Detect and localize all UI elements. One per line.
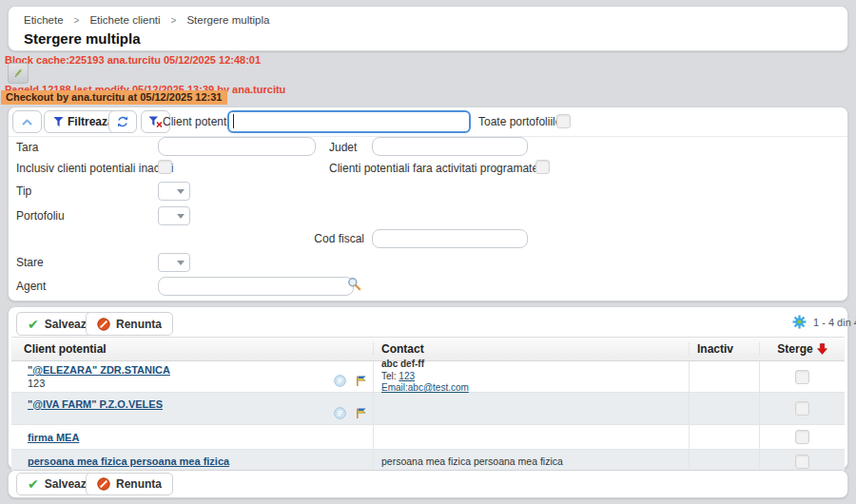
inactiv-cell: [689, 393, 759, 424]
collapse-panel-button[interactable]: [12, 110, 42, 133]
refresh-button[interactable]: [108, 110, 137, 133]
tip-select[interactable]: [158, 182, 190, 201]
flag-icon[interactable]: [355, 407, 367, 419]
cancel-icon: [97, 318, 110, 331]
text-caret: [233, 114, 234, 128]
portofoliu-label: Portofoliu: [16, 209, 65, 223]
pager-range: 1 - 4 din 4: [813, 317, 856, 328]
flag-icon[interactable]: [355, 375, 367, 387]
contact-name: abc def-ff: [381, 359, 424, 369]
contact-cell: [373, 393, 689, 424]
cancel-button-label: Renunta: [116, 318, 162, 331]
table-row: "@ELEZARA" ZDR.STANICA 123: [11, 361, 845, 393]
red-down-arrow-icon: [817, 343, 827, 355]
client-code: 123: [28, 378, 335, 389]
cancel-button-label: Renunta: [116, 477, 162, 491]
header-card: Etichete > Etichete clienti > Stergere m…: [8, 6, 848, 51]
agent-label: Agent: [16, 280, 46, 293]
stare-label: Stare: [16, 256, 44, 269]
judet-input[interactable]: [372, 137, 528, 156]
filter-panel: Filtrează Client potential: [8, 107, 848, 301]
cancel-icon: [97, 477, 110, 491]
results-panel: ✔ Salvează Renunta 1 - 4 din 4 Client po…: [8, 306, 848, 470]
pencil-icon: [12, 68, 24, 79]
checkmark-icon: ✔: [28, 318, 39, 331]
bottom-actions-panel: ✔ Salvează Renunta: [8, 470, 848, 498]
header-inactiv[interactable]: Inactiv: [689, 342, 759, 356]
tel-label: Tel:: [381, 371, 399, 381]
inactiv-cell: [689, 425, 759, 449]
agent-search-icon[interactable]: [347, 277, 362, 292]
breadcrumb-separator: >: [74, 15, 80, 26]
cod-fiscal-label: Cod fiscal: [294, 232, 364, 245]
sterge-checkbox[interactable]: [795, 430, 809, 444]
client-potential-input[interactable]: [227, 110, 471, 133]
status-circle-icon[interactable]: [334, 375, 346, 387]
toate-portofoliile-label: Toate portofoliile: [478, 115, 561, 128]
checkmark-icon: ✔: [28, 477, 39, 491]
table-header-row: Client potential Contact Inactiv Sterge: [11, 337, 845, 361]
tel-link[interactable]: 123: [399, 371, 415, 381]
table-row: "@IVA FARM" P.Z.O.VELES: [11, 393, 845, 425]
contact-cell: [373, 425, 689, 449]
header-contact[interactable]: Contact: [373, 342, 689, 356]
sterge-checkbox[interactable]: [795, 455, 809, 469]
breadcrumb: Etichete > Etichete clienti > Stergere m…: [24, 14, 269, 26]
inclusiv-inactivi-checkbox[interactable]: [158, 160, 172, 174]
chevron-up-icon: [22, 119, 32, 126]
page-title: Stergere multipla: [24, 30, 141, 47]
cancel-button-bottom[interactable]: Renunta: [86, 473, 173, 495]
block-cache-text: Block cache:225193 ana.turcitu 05/12/202…: [5, 54, 261, 66]
client-link[interactable]: firma MEA: [28, 432, 79, 443]
header-client-potential[interactable]: Client potential: [11, 342, 373, 356]
judet-label: Judet: [329, 141, 357, 154]
contact-plain-text: persoana mea fizica persoana mea fizica: [381, 456, 689, 467]
fara-activitati-label: Clienti potentiali fara activitati progr…: [329, 162, 538, 175]
filter-toolbar: Filtrează Client potential: [9, 107, 847, 137]
breadcrumb-etichete-clienti[interactable]: Etichete clienti: [89, 14, 160, 26]
cod-fiscal-input[interactable]: [372, 229, 528, 248]
tip-label: Tip: [16, 184, 31, 198]
header-sterge[interactable]: Sterge: [759, 342, 845, 356]
checkout-banner: Checkout by ana.turcitu at 05/12/2025 12…: [1, 90, 227, 105]
cancel-button-top[interactable]: Renunta: [86, 312, 173, 336]
breadcrumb-etichete[interactable]: Etichete: [24, 14, 64, 26]
sterge-checkbox[interactable]: [795, 401, 809, 416]
sterge-checkbox[interactable]: [795, 370, 809, 384]
breadcrumb-separator: >: [171, 15, 177, 26]
edit-page-button[interactable]: [8, 63, 29, 84]
inclusiv-inactivi-label: Inclusiv clienti potentiali inactivi: [16, 162, 173, 175]
tara-label: Tara: [16, 141, 38, 154]
breadcrumb-stergere-multipla[interactable]: Stergere multipla: [186, 14, 269, 26]
email-link[interactable]: Email:abc@test.com: [381, 382, 469, 393]
clear-filter-icon: [148, 116, 163, 128]
table-row: firma MEA: [11, 425, 845, 450]
client-link[interactable]: persoana mea fizica persoana mea fizica: [28, 456, 229, 467]
header-sterge-label: Sterge: [777, 342, 812, 356]
status-circle-icon[interactable]: [334, 407, 346, 419]
client-link[interactable]: "@ELEZARA" ZDR.STANICA: [28, 364, 170, 376]
toate-portofoliile-checkbox[interactable]: [556, 114, 571, 128]
tara-input[interactable]: [158, 137, 316, 156]
fara-activitati-checkbox[interactable]: [535, 160, 550, 174]
refresh-icon: [116, 115, 129, 128]
client-link[interactable]: "@IVA FARM" P.Z.O.VELES: [28, 398, 163, 410]
gear-icon[interactable]: [792, 315, 807, 329]
portofoliu-select[interactable]: [158, 206, 190, 225]
agent-input[interactable]: [158, 277, 354, 296]
inactiv-cell: [689, 361, 759, 392]
funnel-icon: [53, 116, 64, 127]
stare-select[interactable]: [158, 253, 190, 272]
filter-button-label: Filtrează: [68, 115, 114, 128]
results-table: Client potential Contact Inactiv Sterge …: [11, 337, 845, 473]
